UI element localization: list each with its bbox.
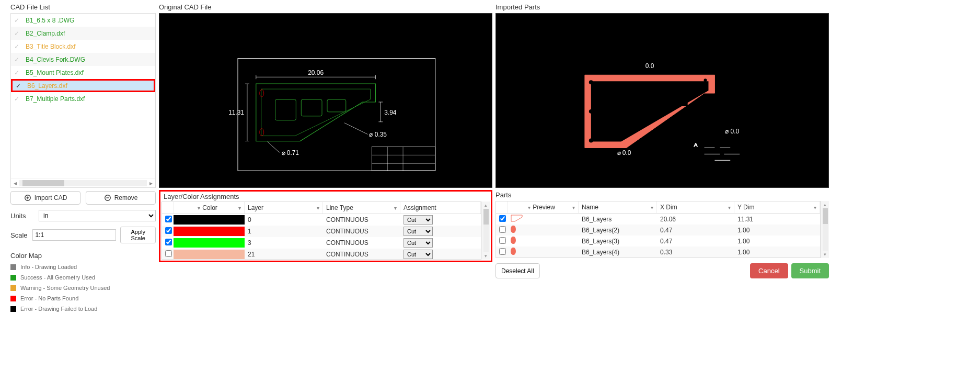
scroll-up-icon[interactable]: ▴ <box>485 201 487 209</box>
remove-label: Remove <box>114 194 138 201</box>
chevron-down-icon[interactable]: ▾ <box>528 205 531 210</box>
assignment-select[interactable]: Cut <box>403 215 433 225</box>
xdim-value: 20.06 <box>657 215 734 224</box>
layer-value: 3 <box>245 238 323 248</box>
file-item[interactable]: ✓B6_Layers.dxf <box>11 79 155 92</box>
scroll-right-icon[interactable]: ▸ <box>147 180 155 187</box>
units-label: Units <box>10 212 39 220</box>
parts-grid-vscroll[interactable]: ▴ ▾ <box>821 201 829 258</box>
svg-rect-12 <box>301 99 322 116</box>
row-checkbox[interactable] <box>499 248 506 255</box>
parts-row: B6_Layers20.0611.31 <box>496 214 820 225</box>
file-name: B7_Multiple Parts.dxf <box>26 95 85 103</box>
file-item[interactable]: ✓B3_Title Block.dxf <box>11 40 155 53</box>
row-checkbox[interactable] <box>165 227 172 234</box>
svg-rect-27 <box>606 94 625 124</box>
file-name: B6_Layers.dxf <box>27 82 67 89</box>
preview-cell <box>508 225 579 236</box>
svg-rect-5 <box>238 58 435 171</box>
row-checkbox[interactable] <box>499 215 506 222</box>
assignment-select[interactable]: Cut <box>403 238 433 248</box>
legend-label: Error - Drawing Failed to Load <box>20 306 97 312</box>
import-cad-button[interactable]: Import CAD <box>10 191 80 205</box>
chevron-down-icon[interactable]: ▾ <box>728 205 731 210</box>
assignment-select[interactable]: Cut <box>403 250 433 259</box>
color-swatch <box>10 306 16 312</box>
dim-dia1: ⌀ 0.35 <box>369 131 387 138</box>
legend-label: Error - No Parts Found <box>20 295 78 301</box>
check-icon: ✓ <box>14 30 22 37</box>
chevron-down-icon[interactable]: ▾ <box>651 205 653 210</box>
units-select[interactable]: in <box>39 210 156 221</box>
preview-thumb <box>511 226 516 233</box>
file-list[interactable]: ✓B1_6.5 x 8 .DWG✓B2_Clamp.dxf✓B3_Title B… <box>11 14 155 178</box>
parts-row: B6_Layers(3)0.471.00 <box>496 236 820 246</box>
chevron-down-icon[interactable]: ▾ <box>317 205 319 211</box>
legend-item: Success - All Geometry Used <box>10 274 156 281</box>
layer-grid-header: ▾Color▾ Layer▾ Line Type▾ Assignment <box>162 202 481 214</box>
linetype-value: CONTINUOUS <box>323 227 400 236</box>
submit-button[interactable]: Submit <box>791 263 829 278</box>
file-item[interactable]: ✓B1_6.5 x 8 .DWG <box>11 14 155 27</box>
preview-cell <box>508 246 579 257</box>
legend-item: Error - No Parts Found <box>10 295 156 301</box>
check-icon: ✓ <box>16 82 24 89</box>
scroll-left-icon[interactable]: ◂ <box>11 180 19 187</box>
scroll-down-icon[interactable]: ▾ <box>485 252 487 260</box>
file-item[interactable]: ✓B7_Multiple Parts.dxf <box>11 92 155 105</box>
linetype-value: CONTINUOUS <box>323 238 400 248</box>
file-name: B1_6.5 x 8 .DWG <box>26 17 74 24</box>
row-checkbox[interactable] <box>165 216 172 222</box>
cancel-button[interactable]: Cancel <box>750 263 788 278</box>
layer-grid: ▾Color▾ Layer▾ Line Type▾ Assignment 0CO… <box>162 201 481 260</box>
svg-rect-28 <box>630 94 648 119</box>
layer-grid-vscroll[interactable]: ▴ ▾ <box>481 201 490 260</box>
deselect-all-button[interactable]: Deselect All <box>495 263 540 278</box>
row-checkbox[interactable] <box>165 239 172 245</box>
row-checkbox[interactable] <box>165 250 172 257</box>
row-checkbox[interactable] <box>499 237 506 244</box>
file-list-hscroll[interactable]: ◂ ▸ <box>11 178 155 187</box>
file-item[interactable]: ✓B2_Clamp.dxf <box>11 27 155 40</box>
file-item[interactable]: ✓B5_Mount Plates.dxf <box>11 66 155 79</box>
svg-line-26 <box>268 142 280 153</box>
imp-dim-top: 0.0 <box>645 62 654 70</box>
scroll-down-icon[interactable]: ▾ <box>824 251 826 258</box>
file-name: B4_Clevis Fork.DWG <box>26 56 85 63</box>
legend-label: Warning - Some Geometry Unused <box>20 285 110 291</box>
legend-item: Info - Drawing Loaded <box>10 264 156 270</box>
original-cad-viewer[interactable]: 20.06 11.31 3.94 ⌀ 0.35 ⌀ 0.71 <box>159 13 492 188</box>
ydim-value: 1.00 <box>734 237 820 246</box>
parts-grid: ▾Preview▾ Name▾ X Dim▾ Y Dim▾ B6_Layers2… <box>495 201 821 258</box>
remove-button[interactable]: Remove <box>86 191 156 205</box>
chevron-down-icon[interactable]: ▾ <box>394 205 397 211</box>
xdim-value: 0.47 <box>657 226 734 235</box>
linetype-value: CONTINUOUS <box>323 250 400 259</box>
scale-label: Scale <box>10 231 32 239</box>
chevron-down-icon[interactable]: ▾ <box>198 205 200 211</box>
color-swatch <box>174 215 245 225</box>
original-cad-panel: Original CAD File <box>159 2 492 379</box>
svg-rect-29 <box>653 94 669 113</box>
part-name: B6_Layers(3) <box>579 237 657 246</box>
color-map-title: Color Map <box>10 252 156 260</box>
scale-input[interactable] <box>32 229 116 241</box>
chevron-down-icon[interactable]: ▾ <box>814 205 816 210</box>
scroll-up-icon[interactable]: ▴ <box>824 201 826 208</box>
color-swatch <box>10 296 16 301</box>
row-checkbox[interactable] <box>499 226 506 233</box>
svg-point-34 <box>704 79 707 82</box>
color-swatch <box>10 285 16 291</box>
svg-text:A: A <box>694 142 698 148</box>
svg-rect-6 <box>372 147 435 171</box>
apply-scale-button[interactable]: Apply Scale <box>120 227 156 243</box>
imported-parts-viewer[interactable]: 0.0 ⌀ 0.0 ⌀ 0.0 A <box>495 13 829 188</box>
imported-parts-title: Imported Parts <box>495 2 829 13</box>
assignment-select[interactable]: Cut <box>403 227 433 236</box>
chevron-down-icon[interactable]: ▾ <box>572 205 575 210</box>
layer-assignments-title: Layer/Color Assignments <box>162 192 490 201</box>
chevron-down-icon[interactable]: ▾ <box>238 205 241 211</box>
parts-grid-header: ▾Preview▾ Name▾ X Dim▾ Y Dim▾ <box>496 201 820 214</box>
file-item[interactable]: ✓B4_Clevis Fork.DWG <box>11 53 155 66</box>
ydim-value: 11.31 <box>734 215 820 224</box>
